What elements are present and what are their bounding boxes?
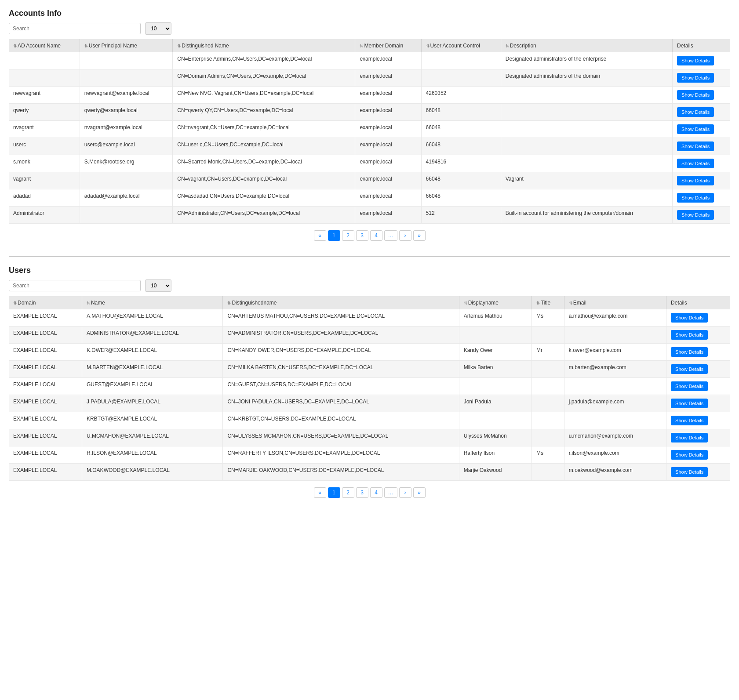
- details-cell: Show Details: [666, 309, 730, 326]
- details-cell: Show Details: [666, 361, 730, 378]
- table-cell: CN=nvagrant,CN=Users,DC=example,DC=local: [173, 121, 355, 138]
- pagination-page[interactable]: 2: [342, 487, 354, 498]
- users-table: ⇅Domain ⇅Name ⇅Distinguishedname ⇅Displa…: [9, 296, 730, 481]
- users-search-input[interactable]: [9, 280, 141, 291]
- col-user-principal-name[interactable]: ⇅User Principal Name: [80, 39, 173, 52]
- table-cell: Designated administrators of the domain: [501, 69, 672, 87]
- table-cell: Vagrant: [501, 172, 672, 189]
- show-details-button[interactable]: Show Details: [671, 347, 708, 357]
- table-cell: CN=JONI PADULA,CN=USERS,DC=EXAMPLE,DC=LO…: [223, 395, 459, 412]
- table-row: CN=Enterprise Admins,CN=Users,DC=example…: [9, 52, 730, 69]
- show-details-button[interactable]: Show Details: [677, 159, 714, 168]
- pagination-page[interactable]: 3: [356, 487, 368, 498]
- accounts-per-page-select[interactable]: 10 25 50: [145, 22, 171, 35]
- table-row: EXAMPLE.LOCALA.MATHOU@EXAMPLE.LOCALCN=AR…: [9, 309, 730, 326]
- pagination-page[interactable]: »: [413, 230, 426, 241]
- table-cell: CN=user c,CN=Users,DC=example,DC=local: [173, 138, 355, 155]
- pagination-page[interactable]: ›: [399, 487, 411, 498]
- pagination-page[interactable]: 1: [328, 230, 340, 241]
- show-details-button[interactable]: Show Details: [671, 313, 708, 323]
- table-cell: 4260352: [421, 87, 501, 104]
- details-cell: Show Details: [666, 464, 730, 481]
- table-cell: CN=KRBTGT,CN=USERS,DC=EXAMPLE,DC=LOCAL: [223, 412, 459, 429]
- table-cell: example.local: [355, 155, 421, 172]
- col-displayname[interactable]: ⇅Displayname: [459, 296, 531, 309]
- pagination-page[interactable]: ›: [399, 230, 411, 241]
- show-details-button[interactable]: Show Details: [677, 193, 714, 203]
- show-details-button[interactable]: Show Details: [671, 433, 708, 442]
- show-details-button[interactable]: Show Details: [671, 399, 708, 408]
- pagination-page[interactable]: 3: [356, 230, 368, 241]
- show-details-button[interactable]: Show Details: [677, 90, 714, 100]
- table-cell: K.OWER@EXAMPLE.LOCAL: [82, 344, 222, 361]
- table-cell: CN=qwerty QY,CN=Users,DC=example,DC=loca…: [173, 104, 355, 121]
- col-title[interactable]: ⇅Title: [531, 296, 564, 309]
- table-cell: Marjie Oakwood: [459, 464, 531, 481]
- show-details-button[interactable]: Show Details: [677, 73, 714, 83]
- pagination-page[interactable]: 2: [342, 230, 354, 241]
- users-per-page-select[interactable]: 10 25 50: [145, 279, 171, 292]
- table-cell: example.local: [355, 172, 421, 189]
- table-row: EXAMPLE.LOCALK.OWER@EXAMPLE.LOCALCN=KAND…: [9, 344, 730, 361]
- col-distinguished-name[interactable]: ⇅Distinguished Name: [173, 39, 355, 52]
- table-cell: example.local: [355, 207, 421, 224]
- table-cell: J.PADULA@EXAMPLE.LOCAL: [82, 395, 222, 412]
- table-cell: k.ower@example.com: [564, 344, 666, 361]
- table-cell: a.mathou@example.com: [564, 309, 666, 326]
- show-details-button[interactable]: Show Details: [677, 210, 714, 220]
- col-name[interactable]: ⇅Name: [82, 296, 222, 309]
- pagination-page[interactable]: 4: [370, 487, 382, 498]
- table-cell: u.mcmahon@example.com: [564, 429, 666, 446]
- show-details-button[interactable]: Show Details: [677, 176, 714, 185]
- details-cell: Show Details: [673, 155, 730, 172]
- col-member-domain[interactable]: ⇅Member Domain: [355, 39, 421, 52]
- users-controls: 10 25 50: [9, 279, 730, 292]
- pagination-page[interactable]: …: [384, 487, 397, 498]
- table-cell: userc: [9, 138, 80, 155]
- table-cell: EXAMPLE.LOCAL: [9, 309, 82, 326]
- table-cell: EXAMPLE.LOCAL: [9, 429, 82, 446]
- table-row: CN=Domain Admins,CN=Users,DC=example,DC=…: [9, 69, 730, 87]
- table-cell: A.MATHOU@EXAMPLE.LOCAL: [82, 309, 222, 326]
- show-details-button[interactable]: Show Details: [677, 56, 714, 65]
- accounts-search-input[interactable]: [9, 23, 141, 34]
- pagination-prev[interactable]: «: [314, 230, 326, 241]
- show-details-button[interactable]: Show Details: [671, 381, 708, 391]
- show-details-button[interactable]: Show Details: [671, 416, 708, 425]
- table-cell: qwerty: [9, 104, 80, 121]
- table-cell: Ms: [531, 309, 564, 326]
- table-cell: userc@example.local: [80, 138, 173, 155]
- table-cell: [531, 378, 564, 395]
- show-details-button[interactable]: Show Details: [671, 330, 708, 340]
- table-cell: Administrator: [9, 207, 80, 224]
- table-cell: example.local: [355, 87, 421, 104]
- pagination-page[interactable]: »: [413, 487, 426, 498]
- col-description[interactable]: ⇅Description: [501, 39, 672, 52]
- table-cell: Ulysses McMahon: [459, 429, 531, 446]
- table-cell: Milka Barten: [459, 361, 531, 378]
- show-details-button[interactable]: Show Details: [671, 467, 708, 477]
- show-details-button[interactable]: Show Details: [677, 141, 714, 151]
- pagination-page[interactable]: 1: [328, 487, 340, 498]
- show-details-button[interactable]: Show Details: [671, 450, 708, 460]
- table-cell: M.OAKWOOD@EXAMPLE.LOCAL: [82, 464, 222, 481]
- pagination-page[interactable]: 4: [370, 230, 382, 241]
- users-table-header: ⇅Domain ⇅Name ⇅Distinguishedname ⇅Displa…: [9, 296, 730, 309]
- table-row: EXAMPLE.LOCALKRBTGT@EXAMPLE.LOCALCN=KRBT…: [9, 412, 730, 429]
- table-row: EXAMPLE.LOCALADMINISTRATOR@EXAMPLE.LOCAL…: [9, 326, 730, 344]
- col-distinguishedname[interactable]: ⇅Distinguishedname: [223, 296, 459, 309]
- table-cell: R.ILSON@EXAMPLE.LOCAL: [82, 446, 222, 464]
- pagination-page[interactable]: …: [384, 230, 397, 241]
- col-user-account-control[interactable]: ⇅User Account Control: [421, 39, 501, 52]
- pagination-prev[interactable]: «: [314, 487, 326, 498]
- table-cell: 66048: [421, 121, 501, 138]
- col-email[interactable]: ⇅Email: [564, 296, 666, 309]
- details-cell: Show Details: [666, 429, 730, 446]
- show-details-button[interactable]: Show Details: [677, 124, 714, 134]
- table-cell: nvagrant: [9, 121, 80, 138]
- col-domain[interactable]: ⇅Domain: [9, 296, 82, 309]
- show-details-button[interactable]: Show Details: [677, 107, 714, 117]
- col-ad-account-name[interactable]: ⇅AD Account Name: [9, 39, 80, 52]
- table-cell: [501, 104, 672, 121]
- show-details-button[interactable]: Show Details: [671, 364, 708, 374]
